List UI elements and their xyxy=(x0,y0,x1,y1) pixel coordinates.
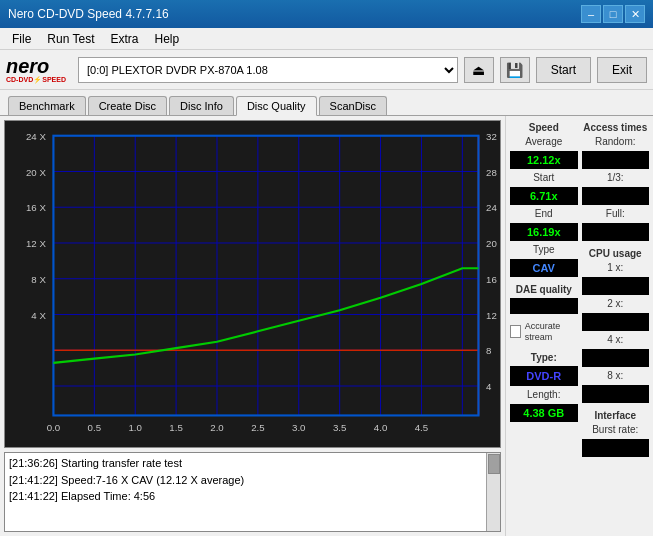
svg-text:24 X: 24 X xyxy=(26,131,47,142)
svg-text:24: 24 xyxy=(486,203,497,214)
log-entry-1: [21:36:26] Starting transfer rate test xyxy=(9,455,496,472)
average-value: 12.12x xyxy=(510,151,578,169)
full-label: Full: xyxy=(582,208,650,220)
tab-disc-info[interactable]: Disc Info xyxy=(169,96,234,115)
eject-icon-button[interactable]: ⏏ xyxy=(464,57,494,83)
save-icon-button[interactable]: 💾 xyxy=(500,57,530,83)
app-logo: nero CD-DVD⚡SPEED xyxy=(6,56,66,83)
log-entry-2: [21:41:22] Speed:7-16 X CAV (12.12 X ave… xyxy=(9,472,496,489)
log-scrollbar[interactable] xyxy=(486,453,500,531)
svg-text:20 X: 20 X xyxy=(26,167,47,178)
svg-text:1.0: 1.0 xyxy=(128,422,141,433)
close-button[interactable]: ✕ xyxy=(625,5,645,23)
log-entry-3: [21:41:22] Elapsed Time: 4:56 xyxy=(9,488,496,505)
start-label: Start xyxy=(510,172,578,184)
svg-text:20: 20 xyxy=(486,238,497,249)
cpu-1x-label: 1 x: xyxy=(582,262,650,274)
logo-nero: nero xyxy=(6,56,49,76)
svg-text:16: 16 xyxy=(486,274,497,285)
burst-rate-value xyxy=(582,439,650,457)
minimize-button[interactable]: – xyxy=(581,5,601,23)
chart-svg: 24 X 20 X 16 X 12 X 8 X 4 X 32 28 24 20 … xyxy=(5,121,500,447)
panel-columns: Speed Average 12.12x Start 6.71x End 16.… xyxy=(510,120,649,532)
right-stats-col: Access times Random: 1/3: Full: CPU usag… xyxy=(582,120,650,532)
log-content: [21:36:26] Starting transfer rate test [… xyxy=(5,453,500,507)
tab-benchmark[interactable]: Benchmark xyxy=(8,96,86,115)
disc-length-label: Length: xyxy=(510,389,578,401)
speed-section-title: Speed xyxy=(510,122,578,133)
start-button[interactable]: Start xyxy=(536,57,591,83)
cpu-4x-value xyxy=(582,349,650,367)
menu-extra[interactable]: Extra xyxy=(102,30,146,48)
start-value: 6.71x xyxy=(510,187,578,205)
log-scroll-thumb[interactable] xyxy=(488,454,500,474)
svg-text:4: 4 xyxy=(486,381,492,392)
interface-title: Interface xyxy=(582,410,650,421)
average-label: Average xyxy=(510,136,578,148)
svg-text:16 X: 16 X xyxy=(26,203,47,214)
disc-type-title: Type: xyxy=(510,352,578,363)
type-label: Type xyxy=(510,244,578,256)
menu-help[interactable]: Help xyxy=(147,30,188,48)
access-times-title: Access times xyxy=(582,122,650,133)
svg-text:8 X: 8 X xyxy=(31,274,46,285)
cpu-1x-value xyxy=(582,277,650,295)
svg-text:0.5: 0.5 xyxy=(88,422,101,433)
menu-run-test[interactable]: Run Test xyxy=(39,30,102,48)
dae-value xyxy=(510,298,578,314)
svg-text:0.0: 0.0 xyxy=(47,422,60,433)
menu-bar: File Run Test Extra Help xyxy=(0,28,653,50)
one-third-value xyxy=(582,187,650,205)
svg-text:3.5: 3.5 xyxy=(333,422,346,433)
tab-scan-disc[interactable]: ScanDisc xyxy=(319,96,387,115)
svg-text:4.0: 4.0 xyxy=(374,422,387,433)
cpu-2x-label: 2 x: xyxy=(582,298,650,310)
svg-text:3.0: 3.0 xyxy=(292,422,305,433)
maximize-button[interactable]: □ xyxy=(603,5,623,23)
full-value xyxy=(582,223,650,241)
svg-text:12: 12 xyxy=(486,310,497,321)
end-value: 16.19x xyxy=(510,223,578,241)
cpu-8x-value xyxy=(582,385,650,403)
svg-text:32: 32 xyxy=(486,131,497,142)
main-content: 24 X 20 X 16 X 12 X 8 X 4 X 32 28 24 20 … xyxy=(0,116,653,536)
dae-section-title: DAE quality xyxy=(510,284,578,295)
accurate-stream-row: Accurate stream xyxy=(510,321,578,343)
svg-text:4 X: 4 X xyxy=(31,310,46,321)
disc-length-value: 4.38 GB xyxy=(510,404,578,422)
menu-file[interactable]: File xyxy=(4,30,39,48)
random-value xyxy=(582,151,650,169)
burst-rate-label: Burst rate: xyxy=(582,424,650,436)
svg-rect-0 xyxy=(5,121,500,447)
cpu-8x-label: 8 x: xyxy=(582,370,650,382)
svg-text:28: 28 xyxy=(486,167,497,178)
exit-button[interactable]: Exit xyxy=(597,57,647,83)
drive-selector[interactable]: [0:0] PLEXTOR DVDR PX-870A 1.08 xyxy=(78,57,458,83)
svg-text:8: 8 xyxy=(486,346,491,357)
end-label: End xyxy=(510,208,578,220)
tab-disc-quality[interactable]: Disc Quality xyxy=(236,96,317,116)
logo-cd-dvd-speed: CD-DVD⚡SPEED xyxy=(6,76,66,83)
title-bar: Nero CD-DVD Speed 4.7.7.16 – □ ✕ xyxy=(0,0,653,28)
svg-text:12 X: 12 X xyxy=(26,238,47,249)
log-area: [21:36:26] Starting transfer rate test [… xyxy=(4,452,501,532)
svg-text:4.5: 4.5 xyxy=(415,422,428,433)
one-third-label: 1/3: xyxy=(582,172,650,184)
accurate-stream-label: Accurate stream xyxy=(525,321,578,343)
accurate-stream-checkbox[interactable] xyxy=(510,325,521,338)
disc-type-value: DVD-R xyxy=(510,366,578,386)
type-value: CAV xyxy=(510,259,578,277)
cpu-2x-value xyxy=(582,313,650,331)
tab-strip: Benchmark Create Disc Disc Info Disc Qua… xyxy=(0,90,653,116)
window-controls: – □ ✕ xyxy=(581,5,645,23)
right-panel: Speed Average 12.12x Start 6.71x End 16.… xyxy=(505,116,653,536)
left-stats-col: Speed Average 12.12x Start 6.71x End 16.… xyxy=(510,120,578,532)
svg-text:1.5: 1.5 xyxy=(169,422,182,433)
cpu-section-title: CPU usage xyxy=(582,248,650,259)
app-title: Nero CD-DVD Speed 4.7.7.16 xyxy=(8,7,169,21)
cpu-4x-label: 4 x: xyxy=(582,334,650,346)
tab-create-disc[interactable]: Create Disc xyxy=(88,96,167,115)
toolbar: nero CD-DVD⚡SPEED [0:0] PLEXTOR DVDR PX-… xyxy=(0,50,653,90)
chart-area: 24 X 20 X 16 X 12 X 8 X 4 X 32 28 24 20 … xyxy=(4,120,501,448)
random-label: Random: xyxy=(582,136,650,148)
